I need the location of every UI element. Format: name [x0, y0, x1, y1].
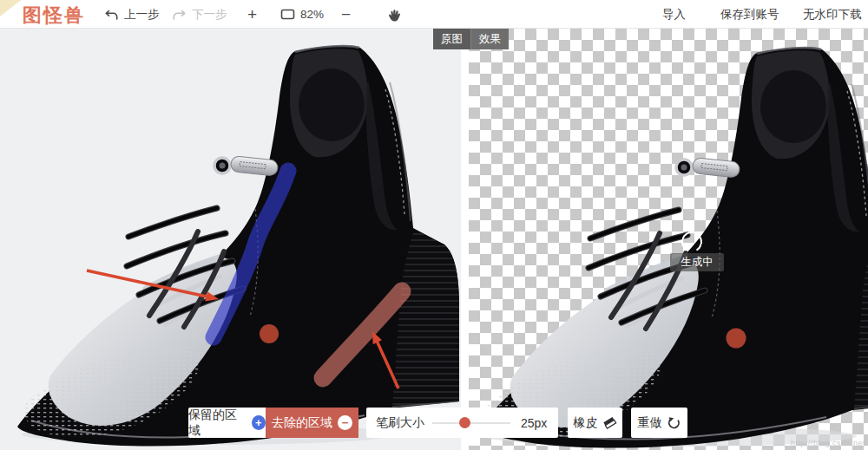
top-toolbar: 图怪兽 上一步 下一步 + 82% − 导入 保存到账号 无水印下载: [0, 0, 868, 29]
result-preview-panel[interactable]: 生成中 http://blog.csdn.net: [469, 29, 868, 450]
plus-icon: +: [247, 6, 257, 23]
remove-minus-icon: −: [338, 415, 352, 430]
tab-effect[interactable]: 效果: [470, 29, 509, 49]
brush-size-label: 笔刷大小: [376, 415, 424, 431]
view-tabs: 原图 效果: [433, 29, 509, 49]
redo-arrow-icon: [172, 9, 187, 21]
remove-area-label: 去除的区域: [272, 415, 332, 431]
brush-dot-marker: [260, 324, 279, 343]
brush-dot-marker: [727, 329, 746, 349]
result-shoe-image: [469, 29, 868, 450]
original-shoe-image: [0, 29, 461, 450]
zoom-level: 82%: [300, 8, 324, 21]
redo-label: 下一步: [192, 7, 227, 23]
original-image-panel[interactable]: [0, 29, 461, 450]
keep-plus-icon: +: [252, 415, 266, 430]
download-label: 无水印下载: [803, 7, 862, 23]
redo-button[interactable]: 下一步: [172, 0, 227, 29]
editor-canvas: 生成中 http://blog.csdn.net 原图 效果 保留的区域 + 去…: [0, 29, 868, 450]
import-label: 导入: [662, 7, 686, 23]
brush-size-control: 笔刷大小 25px: [366, 408, 558, 438]
panel-divider: [461, 29, 469, 450]
brush-size-slider-handle[interactable]: [459, 417, 470, 428]
corner-fold-decoration: [0, 0, 21, 16]
tab-original-label: 原图: [441, 32, 463, 47]
undo-arrow-icon: [104, 9, 119, 21]
zoom-fit-control[interactable]: 82%: [280, 0, 324, 29]
keep-area-label: 保留的区域: [188, 408, 247, 439]
redo-circular-icon: [667, 416, 681, 430]
save-label: 保存到账号: [720, 7, 779, 23]
hand-icon: [386, 8, 402, 22]
import-button[interactable]: 导入: [662, 0, 686, 29]
generating-status: 生成中: [670, 253, 724, 271]
brush-size-slider[interactable]: [432, 422, 510, 424]
tab-original[interactable]: 原图: [433, 29, 470, 49]
zoom-in-button[interactable]: +: [247, 0, 257, 29]
redo-all-label: 重做: [638, 415, 662, 431]
zoom-out-button[interactable]: −: [341, 0, 351, 29]
brush-size-value: 25px: [521, 416, 547, 430]
fit-screen-icon: [280, 9, 295, 20]
eraser-button[interactable]: 橡皮: [568, 408, 622, 438]
save-to-account-button[interactable]: 保存到账号: [720, 0, 779, 29]
eraser-icon: [602, 416, 617, 429]
minus-icon: −: [341, 6, 351, 23]
bottom-toolbar: 保留的区域 + 去除的区域 − 笔刷大小 25px 橡皮 重做: [0, 408, 868, 438]
keep-area-button[interactable]: 保留的区域 +: [188, 408, 266, 438]
remove-area-button[interactable]: 去除的区域 −: [266, 408, 358, 438]
eraser-label: 橡皮: [574, 415, 598, 431]
pan-tool-button[interactable]: [386, 0, 402, 29]
download-no-watermark-button[interactable]: 无水印下载: [803, 0, 862, 29]
tab-effect-label: 效果: [479, 32, 501, 47]
redo-all-button[interactable]: 重做: [631, 408, 687, 438]
app-logo[interactable]: 图怪兽: [23, 3, 85, 29]
undo-button[interactable]: 上一步: [104, 0, 160, 29]
watermark-text: http://blog.csdn.net: [791, 439, 865, 447]
undo-label: 上一步: [124, 7, 160, 23]
